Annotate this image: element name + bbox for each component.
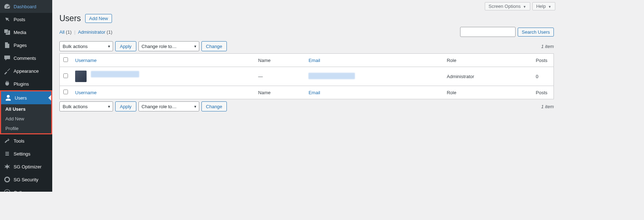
page-title: Users [59, 14, 81, 23]
col-posts: Posts [532, 54, 554, 67]
users-icon [5, 94, 12, 101]
sidebar-item-collapse[interactable]: Collapse menu [0, 186, 52, 192]
sidebar-item-media[interactable]: Media [0, 26, 52, 39]
change-button-bottom[interactable]: Change [201, 101, 227, 111]
sidebar-item-plugins[interactable]: Plugins [0, 77, 52, 90]
col-role: Role [443, 54, 532, 67]
col-email-foot[interactable]: Email [308, 90, 320, 95]
cell-name: — [255, 67, 305, 86]
topbar: Screen Options ▼ Help ▼ [52, 0, 561, 10]
sidebar-item-comments[interactable]: Comments [0, 52, 52, 64]
sidebar-item-label: Tools [14, 138, 24, 144]
select-all-checkbox-top[interactable] [63, 57, 68, 62]
submenu-profile[interactable]: Profile [1, 124, 51, 133]
bulk-actions-select[interactable]: Bulk actions [59, 41, 113, 51]
sidebar-users-highlighted: Users All Users Add New Profile [0, 90, 52, 134]
users-table: Username Name Email Role Posts — Adminis… [59, 53, 554, 99]
tablenav-top: Bulk actions Apply Change role to… Chang… [52, 39, 561, 53]
sidebar-item-label: Pages [14, 43, 27, 48]
filter-links: All (1) | Administrator (1) [59, 29, 112, 35]
settings-icon [4, 150, 11, 157]
col-name: Name [255, 54, 305, 67]
submenu-all-users[interactable]: All Users [1, 104, 51, 114]
sg-optimizer-icon [4, 163, 11, 170]
sidebar-item-label: Plugins [14, 81, 29, 87]
row-checkbox[interactable] [63, 73, 68, 78]
item-count-bottom: 1 item [541, 104, 554, 109]
cell-role: Administrator [443, 67, 532, 86]
sidebar-item-label: Users [15, 95, 27, 101]
sidebar-item-tools[interactable]: Tools [0, 134, 52, 147]
help-button[interactable]: Help ▼ [532, 2, 555, 10]
select-all-checkbox-bottom[interactable] [63, 90, 68, 94]
tablenav-bottom: Bulk actions Apply Change role to… Chang… [52, 99, 561, 114]
filter-admin-count: (1) [107, 29, 112, 35]
sidebar-item-sg-optimizer[interactable]: SG Optimizer [0, 160, 52, 173]
users-submenu: All Users Add New Profile [1, 104, 51, 133]
cell-username [72, 67, 255, 86]
page-header: Users Add New [52, 10, 561, 25]
sidebar-item-label: Dashboard [14, 4, 36, 9]
cell-email [305, 67, 443, 86]
sidebar-item-label: SG Security [14, 177, 38, 182]
media-icon [4, 29, 11, 36]
sidebar-item-label: Collapse menu [14, 190, 45, 192]
change-button[interactable]: Change [201, 41, 227, 51]
chevron-down-icon: ▼ [523, 5, 526, 9]
admin-sidebar: Dashboard Posts Media Pages Comments App… [0, 0, 52, 192]
username-blurred[interactable] [91, 71, 139, 77]
sidebar-item-users[interactable]: Users [1, 91, 51, 104]
sidebar-item-label: Appearance [14, 68, 39, 74]
sidebar-item-appearance[interactable]: Appearance [0, 64, 52, 77]
col-name-foot: Name [255, 86, 305, 99]
dashboard-icon [4, 3, 11, 10]
bulk-actions-select-bottom[interactable]: Bulk actions [59, 101, 113, 111]
add-new-button[interactable]: Add New [85, 14, 112, 23]
sidebar-item-label: Settings [14, 151, 30, 157]
chevron-down-icon: ▼ [548, 5, 551, 9]
plugins-icon [4, 80, 11, 87]
tablenav-actions-bottom: Bulk actions Apply Change role to… Chang… [59, 101, 227, 111]
avatar [75, 71, 87, 82]
search-row: Search Users [460, 27, 554, 37]
sidebar-item-dashboard[interactable]: Dashboard [0, 0, 52, 13]
filter-separator: | [74, 29, 75, 35]
cell-posts: 0 [532, 67, 554, 86]
sidebar-item-label: SG Optimizer [14, 164, 42, 169]
filters-row: All (1) | Administrator (1) Search Users [52, 25, 561, 39]
appearance-icon [4, 67, 11, 75]
tablenav-actions: Bulk actions Apply Change role to… Chang… [59, 41, 227, 51]
filter-all-count: (1) [66, 29, 72, 35]
email-blurred[interactable] [308, 73, 355, 79]
sidebar-item-pages[interactable]: Pages [0, 39, 52, 52]
sidebar-item-sg-security[interactable]: SG Security [0, 173, 52, 186]
submenu-add-new[interactable]: Add New [1, 114, 51, 124]
sidebar-item-label: Comments [14, 56, 36, 61]
filter-all[interactable]: All [59, 29, 64, 35]
tools-icon [4, 137, 11, 144]
col-username-foot[interactable]: Username [75, 90, 97, 95]
pin-icon [4, 16, 11, 23]
apply-button[interactable]: Apply [115, 41, 136, 51]
change-role-select[interactable]: Change role to… [138, 41, 199, 51]
sg-security-icon [4, 176, 11, 183]
filter-administrator[interactable]: Administrator [78, 29, 106, 35]
col-username[interactable]: Username [75, 58, 97, 63]
change-role-select-bottom[interactable]: Change role to… [138, 101, 199, 111]
comments-icon [4, 54, 11, 62]
search-input[interactable] [460, 27, 516, 37]
table-row: — Administrator 0 [60, 67, 554, 86]
main-content: Screen Options ▼ Help ▼ Users Add New Al… [52, 0, 561, 192]
col-posts-foot: Posts [532, 86, 554, 99]
col-email[interactable]: Email [308, 58, 320, 63]
item-count-top: 1 item [541, 44, 554, 49]
sidebar-item-label: Media [14, 30, 26, 35]
sidebar-item-label: Posts [14, 17, 25, 22]
collapse-icon [4, 189, 11, 192]
screen-options-button[interactable]: Screen Options ▼ [485, 2, 530, 10]
sidebar-item-settings[interactable]: Settings [0, 147, 52, 160]
col-role-foot: Role [443, 86, 532, 99]
search-users-button[interactable]: Search Users [518, 28, 554, 37]
apply-button-bottom[interactable]: Apply [115, 101, 136, 111]
sidebar-item-posts[interactable]: Posts [0, 13, 52, 26]
